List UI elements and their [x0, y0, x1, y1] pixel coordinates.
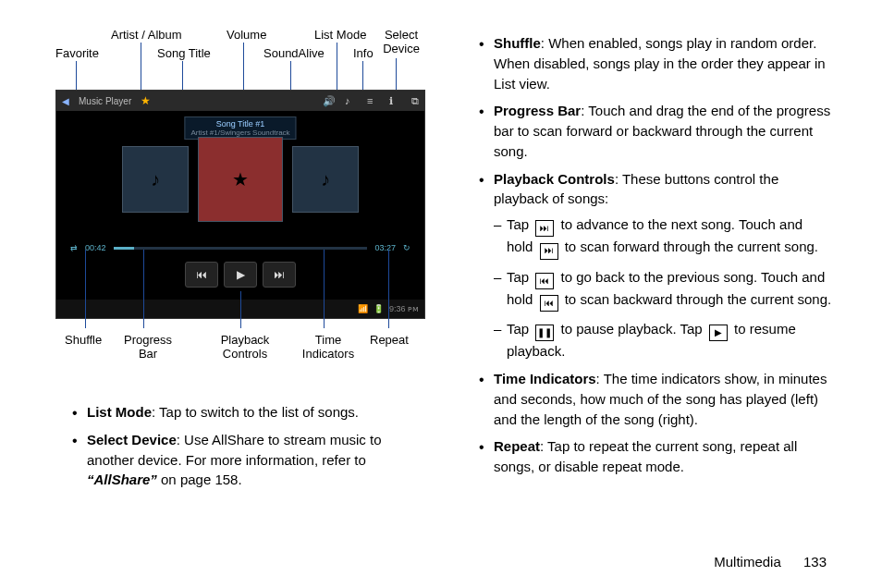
elapsed-time: 00:42 [85, 243, 106, 252]
term: List Mode [87, 404, 152, 420]
t: Tap [507, 269, 533, 285]
label-repeat: Repeat [370, 333, 409, 347]
bullet-repeat: Repeat: Tap to repeat the current song, … [494, 436, 832, 477]
leader [143, 250, 144, 328]
sub-next: Tap ⏭ to advance to the next song. Touch… [507, 214, 832, 260]
label-artist-album: Artist / Album [111, 28, 182, 42]
page-footer: Multimedia 133 [714, 554, 827, 570]
list-mode-icon[interactable]: ≡ [367, 95, 380, 106]
label-soundalive: SoundAlive [263, 46, 325, 60]
leader [324, 250, 325, 328]
seek-row: ⇄ 00:42 03:27 ↻ [70, 243, 410, 252]
progress-bar[interactable] [114, 247, 368, 250]
label-select-device: SelectDevice [379, 28, 423, 55]
play-icon: ▶ [709, 325, 728, 341]
album-art-row: ♪ ★ ♪ [122, 146, 359, 222]
bullet-progress-bar: Progress Bar: Touch and drag the end of … [494, 101, 832, 161]
now-playing-artist: Artist #1/Swingers Soundtrack [190, 129, 289, 137]
tail: on page 158. [157, 472, 242, 487]
playback-sub: Tap ⏭ to advance to the next song. Touch… [494, 214, 832, 361]
leader [85, 250, 86, 328]
next-button[interactable]: ⏭ [263, 262, 296, 288]
term: Select Device [87, 432, 177, 447]
label-volume: Volume [227, 28, 266, 42]
now-playing-title: Song Title #1 [190, 119, 289, 129]
volume-icon[interactable]: 🔊 [323, 95, 336, 107]
favorite-star-icon[interactable]: ★ [141, 94, 151, 107]
text: : When enabled, songs play in random ord… [494, 35, 826, 92]
cross-ref-link[interactable]: “AllShare” [87, 472, 157, 487]
term: Progress Bar [494, 103, 581, 118]
t: Tap [507, 216, 533, 232]
label-time-indicators: TimeIndicators [296, 333, 361, 361]
footer-section: Multimedia [714, 554, 781, 570]
player-topbar: ◀ Music Player ★ 🔊 ♪ ≡ ℹ ⧉ [56, 91, 424, 111]
label-progress-bar: ProgressBar [120, 333, 176, 361]
left-bullets: List Mode: Tap to switch to the list of … [55, 402, 425, 490]
prev-button[interactable]: ⏮ [185, 262, 218, 288]
player-app-title: Music Player [79, 96, 131, 106]
leader [388, 250, 389, 328]
bullet-list-mode: List Mode: Tap to switch to the list of … [87, 402, 425, 423]
soundalive-icon[interactable]: ♪ [345, 95, 358, 106]
t: to pause playback. Tap [557, 321, 706, 337]
label-info: Info [353, 46, 374, 60]
right-column: Shuffle: When enabled, songs play in ran… [462, 28, 832, 497]
label-playback-controls: PlaybackControls [213, 333, 277, 361]
leader [243, 43, 244, 96]
album-art-prev[interactable]: ♪ [122, 146, 189, 213]
bullet-shuffle: Shuffle: When enabled, songs play in ran… [494, 33, 832, 93]
leader [337, 43, 337, 96]
sub-pause: Tap ❚❚ to pause playback. Tap ▶ to resum… [507, 319, 832, 361]
footer-page-number: 133 [803, 554, 827, 570]
annotated-screenshot-diagram: Artist / Album Volume List Mode SelectDe… [55, 28, 425, 388]
label-list-mode: List Mode [314, 28, 366, 42]
term: Time Indicators [494, 371, 596, 386]
sub-prev: Tap ⏮ to go back to the previous song. T… [507, 267, 832, 312]
term: Repeat [494, 438, 540, 454]
term: Playback Controls [494, 171, 615, 187]
back-icon[interactable]: ◀ [62, 96, 69, 106]
shuffle-icon[interactable]: ⇄ [70, 243, 78, 252]
right-bullets: Shuffle: When enabled, songs play in ran… [462, 33, 832, 477]
album-art-current[interactable]: ★ [198, 137, 283, 222]
info-icon[interactable]: ℹ [389, 95, 402, 107]
label-song-title: Song Title [157, 46, 211, 60]
leader [240, 291, 241, 328]
select-device-icon[interactable]: ⧉ [411, 95, 424, 107]
manual-page: Artist / Album Volume List Mode SelectDe… [0, 0, 882, 588]
playback-controls: ⏮ ▶ ⏭ [185, 262, 296, 288]
term: Shuffle [494, 35, 541, 51]
prev-icon: ⏮ [540, 295, 558, 312]
text: : Tap to switch to the list of songs. [152, 404, 359, 420]
bullet-time-indicators: Time Indicators: The time indicators sho… [494, 369, 832, 429]
music-player-screenshot: ◀ Music Player ★ 🔊 ♪ ≡ ℹ ⧉ Song Title #1… [55, 90, 425, 319]
left-column: Artist / Album Volume List Mode SelectDe… [55, 28, 425, 497]
next-icon: ⏭ [535, 220, 554, 237]
t: to scan forward through the current song… [561, 239, 819, 254]
album-art-next[interactable]: ♪ [292, 146, 359, 213]
repeat-icon[interactable]: ↻ [403, 243, 410, 252]
total-time: 03:27 [374, 243, 396, 252]
bullet-playback-controls: Playback Controls: These buttons control… [494, 169, 832, 362]
next-icon: ⏭ [540, 243, 558, 260]
label-shuffle: Shuffle [65, 333, 102, 347]
prev-icon: ⏮ [535, 273, 554, 289]
bullet-select-device: Select Device: Use AllShare to stream mu… [87, 430, 425, 490]
t: Tap [507, 321, 533, 337]
pause-icon: ❚❚ [535, 325, 554, 341]
text: : Tap to repeat the current song, repeat… [494, 438, 797, 474]
t: to scan backward through the current son… [561, 291, 832, 307]
play-button[interactable]: ▶ [224, 262, 257, 288]
label-favorite: Favorite [55, 46, 99, 60]
